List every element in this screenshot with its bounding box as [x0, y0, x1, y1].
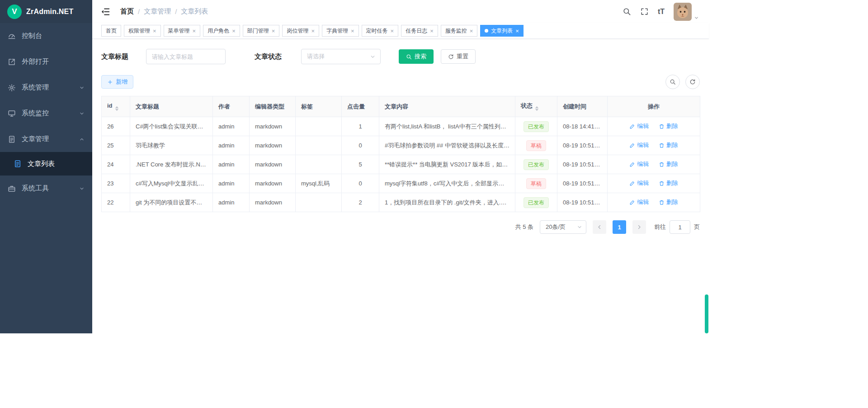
- edit-icon: [629, 142, 635, 148]
- goto-label: 前往: [654, 223, 666, 231]
- delete-button[interactable]: 删除: [659, 160, 678, 168]
- column-header-id[interactable]: id: [102, 96, 130, 117]
- tab-task-log[interactable]: 任务日志 ×: [401, 25, 438, 37]
- collapse-sidebar-icon[interactable]: [100, 7, 110, 17]
- refresh-table-button[interactable]: [685, 75, 700, 89]
- tab-home[interactable]: 首页: [101, 25, 121, 37]
- sidebar-menu: 控制台 外部打开 系统管理 系统监控 文章管理: [0, 23, 92, 201]
- cell-created-at: 08-19 10:51:27: [557, 155, 608, 174]
- edit-button[interactable]: 编辑: [629, 160, 649, 168]
- column-header-status[interactable]: 状态: [515, 96, 557, 117]
- trash-icon: [659, 180, 665, 186]
- edit-button[interactable]: 编辑: [629, 198, 649, 206]
- sidebar-item-label: 文章管理: [22, 135, 49, 143]
- active-tab-dot: [485, 29, 488, 33]
- search-icon: [406, 54, 412, 60]
- delete-button[interactable]: 删除: [659, 141, 678, 149]
- font-size-icon[interactable]: tT: [658, 8, 665, 15]
- page-size-select[interactable]: 20条/页: [540, 220, 586, 234]
- tab-permission[interactable]: 权限管理 ×: [124, 25, 161, 37]
- status-badge: 草稿: [526, 140, 546, 151]
- edit-button[interactable]: 编辑: [629, 122, 649, 130]
- close-icon[interactable]: ×: [193, 28, 196, 34]
- prev-page-button[interactable]: [593, 220, 606, 234]
- article-title-input[interactable]: [146, 49, 226, 64]
- search-icon[interactable]: [623, 7, 631, 16]
- breadcrumb-section[interactable]: 文章管理: [144, 7, 171, 16]
- user-menu[interactable]: [674, 3, 699, 21]
- page-number-button[interactable]: 1: [613, 220, 626, 234]
- column-header-author: 作者: [213, 96, 250, 117]
- edit-button[interactable]: 编辑: [629, 179, 649, 187]
- close-icon[interactable]: ×: [391, 28, 394, 34]
- close-icon[interactable]: ×: [272, 28, 275, 34]
- sidebar-item-system-monitor[interactable]: 系统监控: [0, 100, 92, 126]
- sidebar-item-system-management[interactable]: 系统管理: [0, 75, 92, 100]
- cell-editor-type: markdown: [250, 136, 296, 155]
- cell-editor-type: markdown: [250, 155, 296, 174]
- cell-content: 有两个list,listA 和listB， listA中有三个属性列为St…: [379, 117, 515, 136]
- status-badge: 已发布: [524, 159, 549, 170]
- tab-scheduled-task[interactable]: 定时任务 ×: [362, 25, 399, 37]
- edit-button[interactable]: 编辑: [629, 141, 649, 149]
- toggle-search-button[interactable]: [665, 75, 680, 89]
- tab-service-monitor[interactable]: 服务监控 ×: [441, 25, 478, 37]
- status-badge: 草稿: [526, 178, 546, 189]
- sidebar-item-external-open[interactable]: 外部打开: [0, 49, 92, 75]
- next-page-button[interactable]: [632, 220, 646, 234]
- tab-user-role[interactable]: 用户角色 ×: [203, 25, 240, 37]
- article-title-label: 文章标题: [101, 52, 128, 61]
- add-button[interactable]: 新增: [101, 75, 133, 89]
- cell-tags: [296, 117, 342, 136]
- table-row[interactable]: 25 羽毛球教学 admin markdown 0 #羽毛球拍参数说明 ## 中…: [102, 136, 700, 155]
- sidebar-subitem-article-list[interactable]: 文章列表: [0, 152, 92, 176]
- table-row[interactable]: 26 C#两个list集合实现关联，… admin markdown 1 有两个…: [102, 117, 700, 136]
- search-button[interactable]: 搜索: [399, 49, 434, 64]
- cell-editor-type: markdown: [250, 117, 296, 136]
- table-row[interactable]: 23 c#写入Mysql中文显示乱码 … admin markdown mysq…: [102, 174, 700, 193]
- breadcrumb-home[interactable]: 首页: [120, 7, 134, 16]
- tab-label: 部门管理: [247, 27, 269, 35]
- sidebar-item-system-tools[interactable]: 系统工具: [0, 176, 92, 201]
- goto-page-group: 前往 页: [654, 220, 700, 234]
- close-icon[interactable]: ×: [311, 28, 315, 34]
- delete-button[interactable]: 删除: [659, 198, 678, 206]
- close-icon[interactable]: ×: [515, 28, 519, 34]
- edit-icon: [629, 161, 635, 167]
- delete-button[interactable]: 删除: [659, 179, 678, 187]
- scrollbar-thumb[interactable]: [705, 294, 708, 333]
- dashboard-icon: [8, 32, 16, 40]
- sort-icons[interactable]: [115, 106, 119, 111]
- sort-icons[interactable]: [535, 106, 539, 111]
- table-row[interactable]: 22 git 为不同的项目设置不同… admin markdown 2 1，找到…: [102, 193, 700, 212]
- navbar-actions: tT: [623, 3, 699, 21]
- breadcrumb-current: 文章列表: [181, 7, 208, 16]
- delete-button[interactable]: 删除: [659, 122, 678, 130]
- app-logo[interactable]: V ZrAdmin.NET: [0, 0, 92, 23]
- cell-author: admin: [213, 174, 250, 193]
- tab-dictionary[interactable]: 字典管理 ×: [322, 25, 359, 37]
- close-icon[interactable]: ×: [351, 28, 354, 34]
- close-icon[interactable]: ×: [232, 28, 236, 34]
- sidebar-item-article-management[interactable]: 文章管理: [0, 126, 92, 152]
- reset-button[interactable]: 重置: [441, 49, 476, 64]
- close-icon[interactable]: ×: [153, 28, 156, 34]
- table-row[interactable]: 24 .NET Core 发布时提示.NET… admin markdown 5…: [102, 155, 700, 174]
- goto-page-input[interactable]: [670, 220, 690, 234]
- pagination-total: 共 5 条: [515, 223, 533, 231]
- fullscreen-icon[interactable]: [640, 7, 649, 16]
- tab-department[interactable]: 部门管理 ×: [243, 25, 280, 37]
- edit-icon: [629, 180, 635, 186]
- trash-icon: [659, 161, 665, 167]
- close-icon[interactable]: ×: [430, 28, 434, 34]
- close-icon[interactable]: ×: [470, 28, 473, 34]
- tab-label: 权限管理: [128, 27, 150, 35]
- tab-article-list[interactable]: 文章列表 ×: [480, 25, 524, 37]
- sidebar-item-dashboard[interactable]: 控制台: [0, 23, 92, 49]
- article-status-label: 文章状态: [255, 52, 282, 61]
- cell-author: admin: [213, 155, 250, 174]
- article-status-select[interactable]: 请选择: [301, 49, 381, 64]
- tab-menu-management[interactable]: 菜单管理 ×: [164, 25, 201, 37]
- tab-post[interactable]: 岗位管理 ×: [282, 25, 319, 37]
- filter-form: 文章标题 文章状态 请选择 搜索 重置: [101, 49, 700, 64]
